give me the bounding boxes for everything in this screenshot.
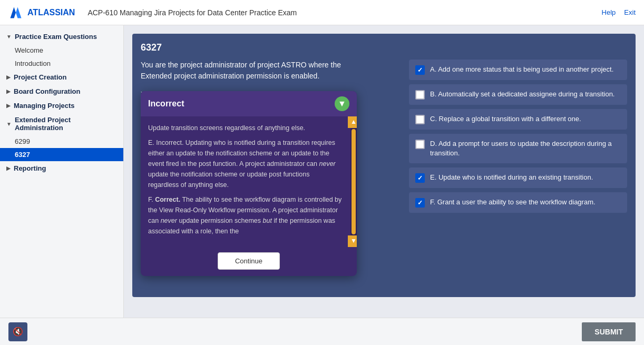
answer-text-b: B. Automatically set a dedicated assigne… (430, 90, 615, 99)
sidebar-project-creation-label: Project Creation (14, 73, 66, 81)
board-config-arrow-icon: ▶ (6, 88, 11, 94)
checkbox-f[interactable] (415, 198, 425, 208)
atlassian-logo-icon (8, 5, 23, 20)
managing-projects-arrow-icon: ▶ (6, 103, 11, 109)
header-links: Help Exit (602, 8, 636, 16)
header-title: ACP-610 Managing Jira Projects for Data … (87, 8, 297, 17)
scroll-up-button[interactable]: ▲ (348, 116, 357, 128)
scrollbar-track (352, 129, 356, 234)
popup-header: Incorrect ▼ (141, 91, 357, 116)
question-card: 6327 You are the project administrator o… (132, 34, 636, 297)
sidebar-board-config-label: Board Configuration (14, 87, 80, 95)
sidebar-managing-projects-label: Managing Projects (14, 102, 75, 110)
logo-text: ATLASSIAN (27, 8, 75, 17)
answer-option-a[interactable]: A. Add one more status that is being use… (409, 60, 627, 80)
section-arrow-icon: ▼ (6, 34, 12, 40)
sidebar-section-practice-exam[interactable]: ▼ Practice Exam Questions (0, 29, 123, 44)
sidebar-reporting-label: Reporting (14, 164, 46, 172)
incorrect-popup: Incorrect ▼ Update transition screens re… (141, 91, 357, 276)
project-creation-arrow-icon: ▶ (6, 74, 11, 80)
audio-button[interactable]: 🔇 (8, 322, 27, 341)
answer-options-panel: A. Add one more status that is being use… (401, 60, 627, 217)
extended-admin-arrow-icon: ▼ (6, 121, 12, 127)
sidebar: ▼ Practice Exam Questions Welcome Introd… (0, 25, 124, 318)
popup-text-content: Update transition screens regardless of … (148, 123, 349, 236)
answer-text-d: D. Add a prompt for users to update the … (430, 139, 621, 158)
audio-icon: 🔇 (13, 327, 23, 337)
sidebar-item-introduction[interactable]: Introduction (0, 57, 123, 70)
popup-title: Incorrect (148, 99, 184, 109)
checkbox-c[interactable] (415, 115, 425, 124)
question-number: 6327 (141, 42, 627, 53)
answer-option-f[interactable]: F. Grant a user the ability to see the w… (409, 192, 627, 213)
svg-marker-1 (16, 7, 22, 18)
popup-body: Update transition screens regardless of … (141, 116, 357, 247)
card-columns: You are the project administrator of pro… (141, 60, 627, 217)
content-area: 6327 You are the project administrator o… (124, 25, 644, 318)
answer-option-c[interactable]: C. Replace a global transition with a di… (409, 109, 627, 130)
checkbox-b[interactable] (415, 90, 425, 100)
answer-text-e: E. Update who is notified during an exis… (430, 173, 593, 182)
sidebar-item-managing-projects[interactable]: ▶ Managing Projects (0, 98, 123, 113)
help-link[interactable]: Help (602, 8, 616, 16)
checkbox-d[interactable] (415, 140, 425, 149)
sidebar-item-reporting[interactable]: ▶ Reporting (0, 161, 123, 175)
sidebar-item-6327[interactable]: 6327 (0, 148, 123, 161)
continue-button[interactable]: Continue (218, 252, 280, 270)
answer-option-e[interactable]: E. Update who is notified during an exis… (409, 167, 627, 188)
answer-text-a: A. Add one more status that is being use… (430, 65, 613, 74)
sidebar-extended-admin-label: Extended Project Administration (15, 116, 117, 132)
popup-collapse-icon[interactable]: ▼ (335, 96, 349, 111)
scroll-down-button[interactable]: ▼ (348, 235, 357, 247)
sidebar-item-project-creation[interactable]: ▶ Project Creation (0, 70, 123, 84)
svg-marker-0 (11, 7, 16, 18)
sidebar-section-label: Practice Exam Questions (15, 33, 97, 41)
answer-option-d[interactable]: D. Add a prompt for users to update the … (409, 134, 627, 163)
sidebar-item-6299[interactable]: 6299 (0, 135, 123, 148)
sidebar-item-extended-admin[interactable]: ▼ Extended Project Administration (0, 113, 123, 135)
sidebar-item-board-configuration[interactable]: ▶ Board Configuration (0, 84, 123, 98)
header: ATLASSIAN ACP-610 Managing Jira Projects… (0, 0, 644, 25)
checkbox-e[interactable] (415, 173, 425, 183)
logo: ATLASSIAN (8, 5, 75, 20)
answer-text-c: C. Replace a global transition with a di… (430, 114, 581, 124)
checkbox-a[interactable] (415, 65, 425, 75)
reporting-arrow-icon: ▶ (6, 165, 11, 171)
card-left: You are the project administrator of pro… (141, 60, 401, 217)
sidebar-item-welcome[interactable]: Welcome (0, 44, 123, 57)
main-layout: ▼ Practice Exam Questions Welcome Introd… (0, 25, 644, 318)
popup-scrollbar: ▲ ▼ (350, 116, 357, 247)
bottom-bar: 🔇 SUBMIT (0, 318, 644, 345)
answer-option-b[interactable]: B. Automatically set a dedicated assigne… (409, 84, 627, 105)
submit-button[interactable]: SUBMIT (582, 322, 636, 341)
exit-link[interactable]: Exit (624, 8, 636, 16)
answer-text-f: F. Grant a user the ability to see the w… (430, 198, 596, 207)
question-text: You are the project administrator of pro… (141, 60, 373, 82)
